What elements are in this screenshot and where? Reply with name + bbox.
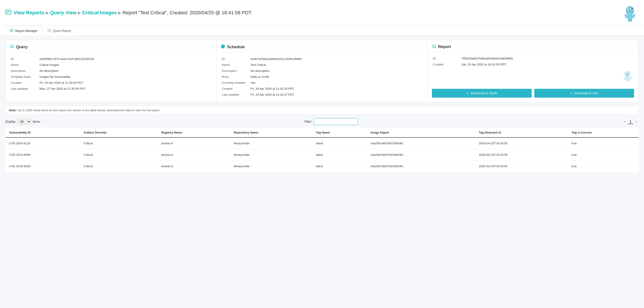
table-cell-0: CVE-2020-8116 (6, 138, 80, 149)
query-panel-title: Query (10, 44, 212, 52)
query-search-icon (10, 44, 14, 50)
table-cell-7: true (568, 160, 639, 172)
download-csv-button[interactable]: ⇓ Download to CSV (534, 89, 634, 98)
svg-line-43 (624, 78, 625, 79)
schedule-field-label: ID (221, 56, 250, 62)
tab-quick-report[interactable]: Quick Report (43, 26, 76, 35)
breadcrumb-sep-2: ▶ (78, 10, 81, 15)
query-title-text: Query (16, 45, 28, 49)
query-field-label: Created (10, 80, 38, 86)
table-cell-1: Critical (80, 138, 158, 149)
display-control: Display 10 25 50 100 Items (5, 119, 40, 125)
report-row: ID7f05035b847546ea95080e5e38009f5d (432, 55, 634, 61)
svg-point-27 (10, 45, 13, 48)
table-cell-2: docker.io (158, 160, 230, 172)
schedule-row: DescriptionNo description (221, 68, 423, 74)
filter-input[interactable] (314, 118, 358, 125)
schedule-clock-icon (221, 44, 225, 50)
download-csv-icon: ⇓ (570, 91, 572, 95)
download-buttons: ⇓ Download to JSON ⇓ Download to CSV (432, 85, 634, 98)
schedule-field-label: Description (221, 68, 250, 74)
table-row: CVE-2019-9636Criticaldocker.iolibrary/no… (6, 160, 639, 172)
svg-point-41 (628, 73, 629, 74)
main-content: Query IDd26f580b-2374-4aee-81ff-3b513210… (0, 35, 644, 176)
download-csv-label: Download to CSV (574, 91, 599, 95)
table-cell-4: latest (312, 160, 367, 172)
svg-rect-18 (630, 19, 632, 22)
breadcrumb-view-reports[interactable]: View Reports (14, 10, 44, 16)
table-cell-4: latest (312, 149, 367, 160)
schedule-field-value: Fri, 24 Apr 2020 at 21:32:24 PDT (250, 86, 423, 92)
tab-report-manager[interactable]: Report Manager (5, 26, 42, 35)
schedule-field-value: No description (250, 68, 423, 74)
note-text: Up to 1000 result items for this report … (18, 109, 160, 112)
next-page-button[interactable]: › (634, 119, 639, 125)
prev-page-button[interactable]: ‹ (622, 119, 627, 125)
breadcrumb-current: Report "Test Critical", Created: 2020/04… (122, 10, 252, 16)
svg-point-13 (632, 8, 633, 8)
table-cell-1: Critical (80, 160, 158, 172)
page-number: 1 (628, 119, 633, 124)
query-row: CreatedFri, 24 Apr 2020 at 21:30:25 PDT (10, 80, 212, 86)
schedule-field-value: Test Critical (250, 62, 423, 68)
query-row: DescriptionNo description (10, 68, 212, 74)
download-icon: ⇓ (466, 91, 469, 95)
table-row: CVE-2019-9948Criticaldocker.iolibrary/no… (6, 149, 639, 160)
col-header-4: Tag Name (312, 128, 367, 138)
schedule-row: IDbcd673c56e2a4862b331c1928c48df02 (221, 56, 423, 62)
query-field-value: d26f580b-2374-4aee-81ff-3b51321087dd (38, 56, 212, 62)
schedule-field-label: Last updated (221, 92, 250, 98)
table-cell-2: docker.io (158, 149, 230, 160)
report-panel-content: Report ID7f05035b847546ea95080e5e38009f5… (432, 44, 634, 98)
breadcrumb-critical-images[interactable]: Critical Images (82, 10, 117, 16)
table-cell-5: sha256:9e8704229d548... (367, 160, 476, 172)
col-header-6: Tag Detected At (476, 128, 568, 138)
col-header-1: Artifact Severity (80, 128, 158, 138)
tab-report-manager-label: Report Manager (15, 29, 38, 33)
report-row: CreatedSat, 25 Apr 2020 at 18:41:58 PDT (432, 61, 634, 67)
table-cell-5: sha256:9e8704229d548... (367, 149, 476, 160)
query-field-label: Template basis (10, 74, 38, 80)
breadcrumb-query-view[interactable]: Query View (50, 10, 76, 16)
table-cell-2: docker.io (158, 138, 230, 149)
schedule-row: CreatedFri, 24 Apr 2020 at 21:32:24 PDT (221, 86, 423, 92)
filter-label: Filter: (304, 120, 312, 123)
svg-rect-0 (6, 10, 11, 14)
schedule-row: RunsDaily at 11AM (221, 74, 423, 80)
download-json-button[interactable]: ⇓ Download to JSON (432, 89, 532, 98)
page-header: View Reports ▶ Query View ▶ Critical Ima… (0, 0, 644, 26)
query-row: Last updatedMon, 27 Apr 2020 at 21:35:39… (10, 86, 212, 92)
schedule-field-label: Currently enabled (221, 80, 250, 86)
table-cell-3: library/node (230, 160, 312, 172)
data-table: Vulnerability IDArtifact SeverityRegistr… (5, 128, 639, 172)
query-field-value: Fri, 24 Apr 2020 at 21:30:25 PDT (38, 80, 212, 86)
table-cell-6: 2020-04-23T18:29:55 (476, 138, 568, 149)
table-header: Vulnerability IDArtifact SeverityRegistr… (6, 128, 639, 138)
query-row: IDd26f580b-2374-4aee-81ff-3b51321087dd (10, 56, 212, 62)
query-field-label: Description (10, 68, 38, 74)
table-controls: Display 10 25 50 100 Items Filter: ‹ 1 › (5, 118, 639, 125)
reports-icon (5, 10, 11, 16)
svg-point-40 (626, 73, 627, 74)
note-bar: Note: Up to 1000 result items for this r… (5, 106, 639, 115)
table-cell-0: CVE-2019-9948 (6, 149, 80, 160)
query-row: Template basisImages By Vulnerability (10, 74, 212, 80)
query-field-value: Images By Vulnerability (38, 74, 212, 80)
query-field-label: Last updated (10, 86, 38, 92)
svg-point-42 (625, 76, 630, 82)
table-cell-6: 2020-04-23T18:29:55 (476, 160, 568, 172)
quick-report-icon (48, 29, 51, 33)
query-field-value: Critical Images (38, 62, 212, 68)
query-field-label: ID (10, 56, 38, 62)
svg-point-8 (628, 9, 629, 10)
pagination: ‹ 1 › (622, 119, 639, 125)
display-select[interactable]: 10 25 50 100 (17, 119, 31, 125)
report-table-icon (432, 44, 436, 49)
schedule-field-label: Runs (221, 74, 250, 80)
schedule-row: Last updatedFri, 24 Apr 2020 at 21:32:27… (221, 92, 423, 98)
schedule-title-text: Schedule (227, 45, 245, 49)
schedule-field-value: bcd673c56e2a4862b331c1928c48df02 (250, 56, 423, 62)
svg-point-10 (629, 11, 630, 12)
query-field-label: Name (10, 62, 38, 68)
schedule-row: NameTest Critical (221, 62, 423, 68)
